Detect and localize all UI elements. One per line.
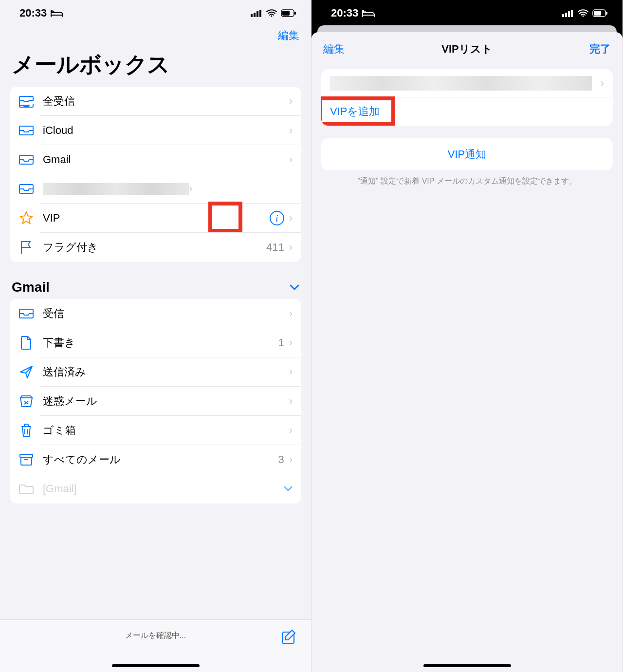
edit-button[interactable]: 編集	[323, 42, 345, 56]
signal-icon	[251, 9, 262, 17]
chevron-right-icon: ›	[601, 77, 604, 90]
trash-icon	[18, 423, 34, 438]
phone-right-vip-list: 20:33 編集 VIPリスト 完了 › VIPを追加	[312, 0, 623, 672]
svg-rect-15	[571, 10, 573, 17]
svg-point-5	[271, 16, 273, 17]
row-count: 411	[266, 241, 284, 254]
modal-title: VIPリスト	[441, 42, 492, 56]
bed-icon	[362, 9, 375, 18]
mailbox-icloud[interactable]: iCloud ›	[10, 116, 301, 145]
status-bar: 20:33	[0, 0, 311, 24]
edit-button[interactable]: 編集	[278, 28, 299, 43]
wifi-icon	[266, 9, 277, 17]
doc-icon	[18, 335, 34, 351]
done-button[interactable]: 完了	[589, 42, 611, 56]
row-label: Gmail	[43, 153, 289, 166]
chevron-right-icon: ›	[289, 307, 293, 320]
chevron-right-icon: ›	[289, 366, 293, 378]
row-label: 全受信	[43, 94, 289, 109]
vip-list: › VIPを追加	[321, 69, 613, 126]
folder-icon	[18, 481, 34, 497]
mailbox-flagged[interactable]: フラグ付き 411 ›	[10, 233, 301, 262]
row-count: 3	[278, 453, 284, 466]
row-label: 迷惑メール	[43, 394, 289, 409]
vip-notifications-button[interactable]: VIP通知	[321, 138, 613, 170]
wifi-icon	[578, 9, 588, 17]
mailbox-redacted[interactable]: ›	[10, 174, 301, 204]
nav-bar: 編集	[0, 24, 311, 45]
svg-rect-13	[565, 13, 567, 17]
svg-rect-7	[282, 11, 290, 16]
tray-icon	[18, 181, 34, 197]
gmail-junk[interactable]: 迷惑メール ›	[10, 387, 301, 416]
gmail-drafts[interactable]: 下書き 1 ›	[10, 328, 301, 357]
tray-icon	[18, 123, 34, 138]
row-label: すべてのメール	[43, 452, 278, 467]
tray-full-icon	[18, 93, 34, 109]
mailbox-list: 全受信 › iCloud › Gmail › › VIP i ›	[10, 87, 301, 262]
home-indicator[interactable]	[112, 664, 200, 667]
chevron-down-icon	[284, 486, 293, 492]
svg-rect-4	[259, 10, 261, 17]
toolbar-status: メールを確認中...	[125, 631, 186, 641]
add-vip-button[interactable]: VIPを追加	[321, 97, 613, 126]
row-count: 1	[278, 336, 284, 349]
contact-name-redacted	[330, 76, 592, 91]
chevron-right-icon: ›	[289, 241, 293, 254]
row-label: [Gmail]	[43, 483, 284, 495]
vip-contact-redacted[interactable]: ›	[321, 69, 613, 97]
svg-rect-18	[594, 11, 601, 16]
signal-icon	[562, 9, 574, 17]
page-title: メールボックス	[0, 45, 311, 87]
svg-point-16	[583, 16, 584, 17]
row-label: ゴミ箱	[43, 423, 289, 438]
gmail-folder[interactable]: [Gmail]	[10, 474, 301, 504]
junk-icon	[18, 393, 34, 409]
chevron-right-icon: ›	[289, 124, 293, 137]
svg-rect-9	[20, 454, 33, 457]
archive-icon	[18, 452, 34, 467]
mailbox-gmail[interactable]: Gmail ›	[10, 145, 301, 174]
row-label: iCloud	[43, 124, 289, 137]
gmail-trash[interactable]: ゴミ箱 ›	[10, 416, 301, 445]
star-icon	[18, 210, 34, 226]
modal-nav-bar: 編集 VIPリスト 完了	[312, 32, 623, 63]
row-label: フラグ付き	[43, 240, 266, 255]
chevron-right-icon: ›	[289, 336, 293, 349]
footer-caption: "通知" 設定で新着 VIP メールのカスタム通知を設定できます。	[312, 170, 623, 192]
svg-rect-3	[257, 11, 258, 17]
tray-icon	[18, 306, 34, 321]
svg-point-0	[53, 11, 55, 13]
chevron-right-icon: ›	[289, 153, 293, 166]
svg-rect-19	[606, 12, 607, 15]
compose-button[interactable]	[281, 629, 297, 645]
chevron-right-icon: ›	[289, 212, 293, 224]
svg-rect-14	[568, 11, 570, 17]
svg-rect-1	[251, 14, 253, 17]
status-time: 20:33	[331, 7, 358, 19]
paperplane-icon	[18, 364, 34, 380]
info-icon[interactable]: i	[270, 211, 284, 225]
section-header-gmail[interactable]: Gmail	[0, 280, 311, 299]
gmail-sent[interactable]: 送信済み ›	[10, 357, 301, 387]
bed-icon	[51, 9, 63, 18]
chevron-down-icon	[290, 284, 299, 291]
row-label: 受信	[43, 306, 289, 321]
chevron-right-icon: ›	[289, 424, 293, 437]
gmail-folder-list: 受信 › 下書き 1 › 送信済み › 迷惑メール › ゴミ箱 › すべてのメー…	[10, 299, 301, 504]
gmail-all-mail[interactable]: すべてのメール 3 ›	[10, 445, 301, 474]
home-indicator[interactable]	[423, 664, 511, 667]
battery-icon	[281, 9, 296, 17]
status-time: 20:33	[19, 7, 47, 19]
gmail-inbox[interactable]: 受信 ›	[10, 299, 301, 328]
chevron-right-icon: ›	[289, 395, 293, 408]
row-label: 送信済み	[43, 365, 289, 379]
mailbox-all-inboxes[interactable]: 全受信 ›	[10, 87, 301, 116]
row-label-redacted	[43, 183, 189, 195]
chevron-right-icon: ›	[289, 95, 293, 108]
flag-icon	[18, 240, 34, 255]
svg-rect-12	[562, 14, 564, 17]
section-title: Gmail	[12, 280, 50, 295]
row-label: 下書き	[43, 336, 278, 350]
mailbox-vip[interactable]: VIP i ›	[10, 204, 301, 233]
